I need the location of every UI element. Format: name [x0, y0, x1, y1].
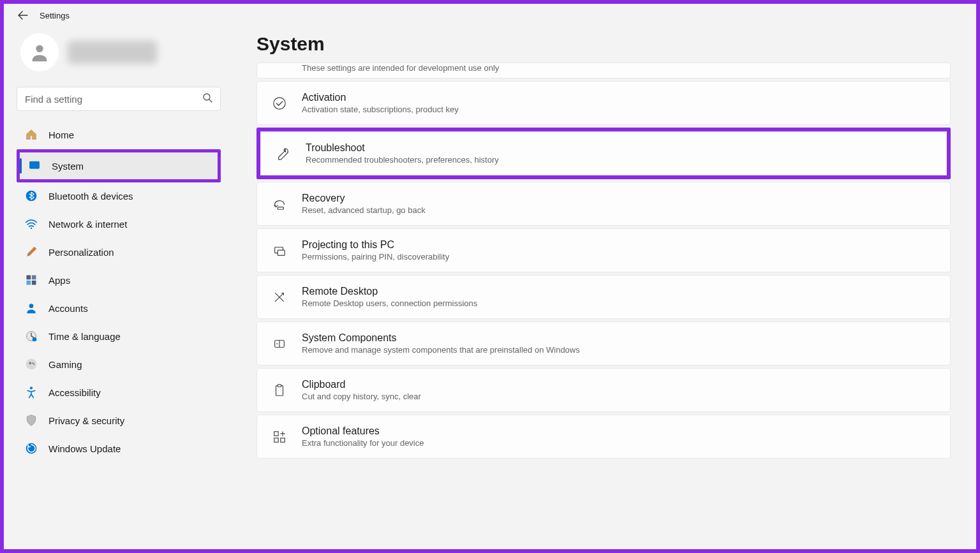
- sidebar-item-label: Home: [48, 129, 74, 140]
- svg-point-6: [31, 227, 33, 229]
- gaming-icon: [24, 357, 38, 371]
- highlight-troubleshoot: Troubleshoot Recommended troubleshooters…: [256, 128, 951, 179]
- recovery-icon: [271, 196, 288, 212]
- card-text: Troubleshoot Recommended troubleshooters…: [306, 142, 499, 165]
- card-title: System Components: [302, 332, 580, 344]
- card-desc: Remove and manage system components that…: [302, 345, 580, 355]
- project-icon: [271, 242, 288, 259]
- card-desc: Reset, advanced startup, go back: [302, 205, 426, 215]
- wifi-icon: [24, 217, 38, 231]
- card-activation[interactable]: Activation Activation state, subscriptio…: [256, 81, 951, 125]
- components-icon: [271, 335, 288, 352]
- svg-point-17: [30, 387, 33, 389]
- nav-list: Home System Bluetooth & devices Network …: [17, 121, 221, 462]
- svg-rect-20: [278, 207, 283, 209]
- sidebar-item-label: Accounts: [48, 303, 88, 314]
- clock-globe-icon: [24, 329, 38, 343]
- search-box[interactable]: [17, 87, 221, 111]
- sidebar-item-gaming[interactable]: Gaming: [17, 351, 221, 378]
- person-icon: [29, 41, 50, 63]
- card-title: Recovery: [302, 193, 426, 204]
- features-icon: [271, 429, 288, 445]
- card-system-components[interactable]: System Components Remove and manage syst…: [256, 321, 951, 365]
- svg-line-2: [209, 100, 212, 102]
- card-title: Clipboard: [302, 379, 421, 390]
- card-title: Remote Desktop: [302, 286, 477, 297]
- svg-point-0: [36, 45, 43, 52]
- card-troubleshoot[interactable]: Troubleshoot Recommended troubleshooters…: [260, 131, 947, 175]
- card-recovery[interactable]: Recovery Reset, advanced startup, go bac…: [256, 182, 951, 226]
- sidebar-item-label: Windows Update: [48, 443, 121, 454]
- svg-point-15: [33, 362, 34, 364]
- card-text: System Components Remove and manage syst…: [302, 332, 580, 355]
- check-circle-icon: [271, 95, 288, 112]
- card-desc: Activation state, subscriptions, product…: [302, 105, 459, 114]
- arrow-left-icon: [18, 10, 28, 20]
- search-icon: [202, 92, 212, 105]
- bluetooth-icon: [24, 189, 38, 203]
- sidebar-item-update[interactable]: Windows Update: [17, 435, 221, 462]
- account-icon: [24, 301, 38, 315]
- back-button[interactable]: [17, 9, 29, 22]
- sidebar-item-bluetooth[interactable]: Bluetooth & devices: [17, 182, 221, 209]
- update-icon: [24, 441, 38, 455]
- avatar: [20, 33, 59, 71]
- sidebar-item-time[interactable]: Time & language: [17, 323, 221, 350]
- card-desc: Permissions, pairing PIN, discoverabilit…: [302, 252, 449, 262]
- wrench-icon: [275, 145, 292, 162]
- sidebar-item-home[interactable]: Home: [17, 121, 221, 148]
- brush-icon: [24, 245, 38, 259]
- svg-point-14: [26, 359, 37, 370]
- sidebar-item-label: Bluetooth & devices: [48, 191, 133, 202]
- sidebar-item-apps[interactable]: Apps: [17, 267, 221, 293]
- card-optional-features[interactable]: Optional features Extra functionality fo…: [256, 415, 951, 459]
- svg-rect-9: [27, 281, 31, 285]
- card-clipboard[interactable]: Clipboard Cut and copy history, sync, cl…: [256, 368, 951, 412]
- svg-point-19: [274, 97, 285, 108]
- card-title: Troubleshoot: [306, 142, 499, 154]
- card-partial-dev[interactable]: These settings are intended for developm…: [256, 63, 951, 78]
- svg-rect-29: [274, 438, 278, 441]
- sidebar-item-accessibility[interactable]: Accessibility: [17, 379, 221, 406]
- card-desc: Cut and copy history, sync, clear: [302, 392, 421, 401]
- card-projecting[interactable]: Projecting to this PC Permissions, pairi…: [256, 228, 951, 272]
- main: Home System Bluetooth & devices Network …: [4, 27, 976, 549]
- card-text: Optional features Extra functionality fo…: [302, 425, 424, 448]
- highlight-system: System: [17, 149, 221, 182]
- svg-rect-27: [278, 384, 281, 387]
- svg-rect-10: [32, 281, 36, 285]
- grid-icon: [24, 273, 38, 287]
- shield-icon: [24, 413, 38, 427]
- search-input[interactable]: [25, 94, 202, 105]
- sidebar-item-label: Privacy & security: [48, 415, 124, 426]
- card-title: Activation: [302, 92, 459, 103]
- sidebar-item-label: System: [52, 161, 84, 172]
- system-icon: [27, 159, 41, 173]
- home-icon: [24, 128, 38, 142]
- card-desc: Remote Desktop users, connection permiss…: [302, 299, 477, 308]
- svg-rect-22: [278, 250, 285, 255]
- card-text: Clipboard Cut and copy history, sync, cl…: [302, 379, 421, 401]
- sidebar-item-accounts[interactable]: Accounts: [17, 295, 221, 321]
- svg-point-13: [33, 337, 37, 342]
- card-desc: These settings are intended for developm…: [302, 63, 499, 73]
- svg-rect-28: [274, 431, 278, 435]
- card-text: Projecting to this PC Permissions, pairi…: [302, 239, 449, 262]
- settings-app: Settings Home: [4, 4, 976, 549]
- card-text: Recovery Reset, advanced startup, go bac…: [302, 193, 426, 215]
- card-remote-desktop[interactable]: Remote Desktop Remote Desktop users, con…: [256, 275, 951, 319]
- sidebar-item-personalization[interactable]: Personalization: [17, 239, 221, 265]
- accessibility-icon: [24, 385, 38, 399]
- profile-section[interactable]: [17, 33, 221, 71]
- profile-name-redacted: [68, 41, 157, 64]
- card-title: Optional features: [302, 425, 424, 437]
- sidebar-item-label: Personalization: [48, 247, 114, 258]
- sidebar-item-label: Accessibility: [48, 387, 101, 398]
- card-desc: Extra functionality for your device: [302, 438, 424, 448]
- svg-rect-3: [30, 161, 40, 168]
- topbar: Settings: [4, 4, 976, 27]
- sidebar-item-privacy[interactable]: Privacy & security: [17, 407, 221, 434]
- svg-point-1: [204, 94, 210, 100]
- sidebar-item-system[interactable]: System: [20, 152, 218, 179]
- sidebar-item-network[interactable]: Network & internet: [17, 210, 221, 237]
